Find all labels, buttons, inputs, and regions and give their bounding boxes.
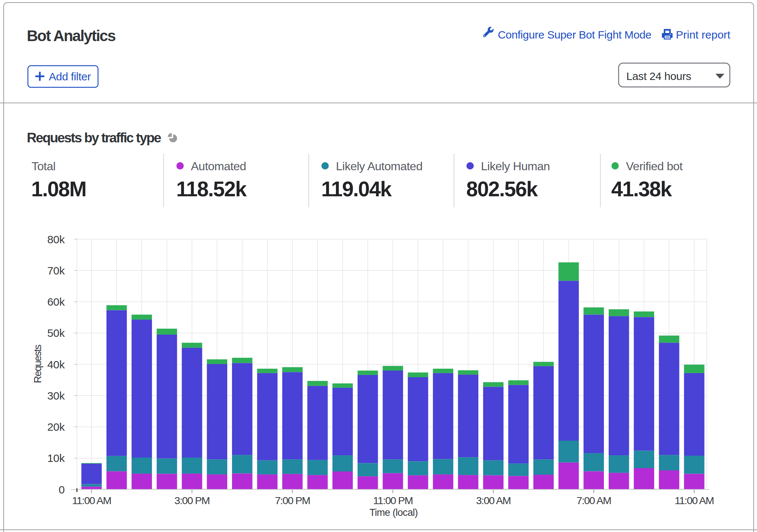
svg-text:1.08M: 1.08M bbox=[31, 177, 86, 201]
svg-text:Requests by traffic type: Requests by traffic type bbox=[27, 130, 161, 145]
svg-text:118.52k: 118.52k bbox=[176, 177, 247, 201]
svg-text:41.38k: 41.38k bbox=[611, 177, 672, 201]
svg-text:Total: Total bbox=[32, 160, 55, 173]
svg-text:11:00 AM: 11:00 AM bbox=[675, 495, 714, 506]
svg-text:7:00 PM: 7:00 PM bbox=[275, 495, 310, 506]
svg-text:70k: 70k bbox=[47, 265, 65, 277]
svg-text:80k: 80k bbox=[47, 233, 65, 245]
svg-text:11:00 AM: 11:00 AM bbox=[72, 495, 111, 506]
svg-text:7:00 AM: 7:00 AM bbox=[576, 495, 611, 506]
svg-text:60k: 60k bbox=[47, 296, 65, 308]
svg-text:3:00 AM: 3:00 AM bbox=[476, 495, 511, 506]
svg-text:Print report: Print report bbox=[676, 29, 731, 41]
svg-text:Time (local): Time (local) bbox=[369, 507, 418, 518]
svg-text:Likely Automated: Likely Automated bbox=[336, 160, 423, 173]
svg-text:40k: 40k bbox=[47, 358, 65, 371]
svg-text:Last 24 hours: Last 24 hours bbox=[626, 70, 691, 82]
svg-text:Add filter: Add filter bbox=[49, 70, 91, 83]
svg-text:119.04k: 119.04k bbox=[321, 177, 392, 201]
svg-text:Likely Human: Likely Human bbox=[481, 160, 550, 173]
svg-text:30k: 30k bbox=[47, 390, 65, 402]
svg-text:Verified bot: Verified bot bbox=[626, 160, 683, 173]
svg-text:20k: 20k bbox=[47, 421, 65, 433]
svg-text:Requests: Requests bbox=[32, 345, 43, 383]
svg-text:Automated: Automated bbox=[191, 160, 246, 173]
svg-text:50k: 50k bbox=[47, 327, 65, 339]
svg-text:0: 0 bbox=[59, 484, 65, 496]
svg-text:3:00 PM: 3:00 PM bbox=[174, 495, 210, 506]
svg-text:Configure Super Bot Fight Mode: Configure Super Bot Fight Mode bbox=[498, 29, 651, 41]
svg-text:10k: 10k bbox=[47, 452, 65, 464]
svg-text:Bot Analytics: Bot Analytics bbox=[27, 27, 115, 44]
svg-text:11:00 PM: 11:00 PM bbox=[373, 495, 413, 506]
svg-text:802.56k: 802.56k bbox=[466, 177, 538, 201]
